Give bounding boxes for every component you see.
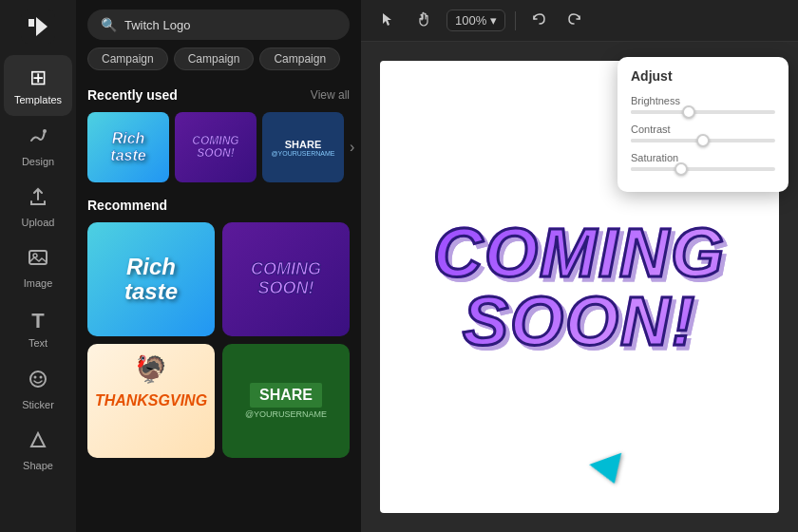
svg-rect-2: [29, 251, 47, 264]
hand-tool-button[interactable]: [410, 8, 437, 34]
sidebar-label-sticker: Sticker: [22, 399, 54, 410]
sidebar-item-sticker[interactable]: Sticker: [4, 359, 72, 420]
search-bar[interactable]: 🔍 Twitch Logo: [87, 10, 350, 40]
coming-soon-large: COMINGSOON!: [222, 222, 350, 336]
recommend-grid: Richtaste COMINGSOON! Thanksgving 🦃 SHAR…: [87, 222, 350, 458]
coming-soon-main-text: COMING SOON!: [433, 218, 726, 355]
saturation-thumb[interactable]: [674, 162, 688, 176]
saturation-row: Saturation: [631, 152, 775, 171]
svg-point-1: [43, 129, 47, 133]
sidebar-label-design: Design: [22, 156, 54, 167]
recently-thumb-2[interactable]: SHARE @YOURUSERNAME: [262, 112, 344, 182]
adjust-title: Adjust: [631, 68, 775, 84]
recently-thumb-1[interactable]: COMINGSOON!: [175, 112, 256, 182]
brightness-slider[interactable]: [631, 110, 775, 114]
canvas-toolbar: 100% ▾: [361, 0, 798, 42]
templates-icon: ⊞: [29, 66, 47, 90]
recently-used-header: Recently used View all: [87, 87, 350, 103]
recommend-header: Recommend: [87, 198, 350, 213]
main-text-line1: COMING: [433, 215, 726, 291]
image-icon: [28, 247, 48, 274]
adjust-panel: Adjust Brightness Contrast Saturation: [618, 57, 788, 192]
zoom-value: 100%: [455, 13, 486, 28]
brightness-thumb[interactable]: [682, 105, 695, 119]
templates-panel: 🔍 Twitch Logo Campaign Campaign Campaign…: [76, 0, 361, 532]
coming-soon-thumb: COMINGSOON!: [175, 112, 256, 182]
share-green-username: @YOURUSERNAME: [245, 409, 327, 419]
design-icon: [28, 125, 48, 152]
recommend-thumb-0[interactable]: Richtaste: [87, 222, 215, 336]
saturation-label: Saturation: [631, 152, 775, 163]
rich-taste-thumb-text: Richtaste: [87, 112, 169, 182]
main-text-line2: SOON!: [463, 283, 696, 359]
sidebar-item-design[interactable]: Design: [4, 116, 72, 177]
recommend-thumb-2[interactable]: Thanksgving 🦃: [87, 344, 215, 458]
sidebar-label-text: Text: [28, 337, 48, 349]
brightness-label: Brightness: [631, 95, 775, 106]
upload-icon: [28, 186, 48, 213]
recommend-thumb-3[interactable]: SHARE @YOURUSERNAME: [222, 344, 350, 458]
recommend-title: Recommend: [87, 198, 167, 213]
search-icon: 🔍: [101, 17, 117, 32]
svg-point-5: [34, 376, 37, 379]
sidebar-item-image[interactable]: Image: [4, 238, 72, 298]
panel-scroll: Recently used View all Richtaste COMINGS…: [76, 80, 361, 532]
coming-soon-thumb-text: COMINGSOON!: [192, 135, 238, 160]
filter-chips: Campaign Campaign Campaign: [76, 48, 361, 80]
share-username-text: @YOURUSERNAME: [271, 150, 334, 157]
search-value: Twitch Logo: [124, 18, 190, 32]
share-green-text: SHARE: [250, 383, 322, 408]
recommend-thumb-1[interactable]: COMINGSOON!: [222, 222, 350, 336]
contrast-row: Contrast: [631, 124, 775, 142]
svg-point-6: [40, 376, 43, 379]
sidebar-label-upload: Upload: [22, 217, 55, 228]
undo-button[interactable]: [525, 8, 552, 34]
sidebar-label-image: Image: [24, 277, 53, 289]
sidebar-item-upload[interactable]: Upload: [4, 177, 72, 238]
recently-thumb-0[interactable]: Richtaste: [87, 112, 169, 182]
sticker-icon: [28, 369, 48, 395]
recently-used-title: Recently used: [87, 87, 178, 103]
sidebar-item-text[interactable]: T Text: [4, 298, 72, 359]
filter-chip-1[interactable]: Campaign: [174, 48, 255, 70]
recently-used-row: Richtaste COMINGSOON! SHARE @YOURUSERNAM…: [87, 112, 350, 182]
sidebar-item-templates[interactable]: ⊞ Templates: [4, 55, 72, 116]
redo-button[interactable]: [561, 8, 588, 34]
text-icon: T: [31, 309, 44, 333]
share-thumb: SHARE @YOURUSERNAME: [262, 112, 344, 182]
share-thumb-text: SHARE: [285, 139, 322, 150]
saturation-slider[interactable]: [631, 167, 775, 171]
contrast-slider[interactable]: [631, 139, 775, 142]
rich-taste-large-text: Richtaste: [87, 222, 215, 336]
sidebar-item-shape[interactable]: Shape: [4, 420, 72, 481]
app-logo: [19, 8, 57, 46]
sidebar-label-templates: Templates: [14, 94, 62, 105]
filter-chip-2[interactable]: Campaign: [259, 48, 340, 70]
cursor-pointer-icon: [589, 453, 630, 490]
shape-icon: [28, 429, 48, 456]
zoom-chevron-icon: ▾: [490, 13, 497, 28]
canvas-area: 100% ▾ COMING SOON! Adjust Brightness: [361, 0, 798, 532]
sidebar-label-shape: Shape: [23, 460, 53, 471]
turkey-icon: 🦃: [135, 353, 168, 385]
share-green-large: SHARE @YOURUSERNAME: [222, 344, 350, 458]
cursor-tool-button[interactable]: [374, 8, 401, 34]
toolbar-separator: [515, 11, 516, 30]
zoom-selector[interactable]: 100% ▾: [446, 10, 505, 31]
thanksgiving-large-text: Thanksgving: [95, 392, 207, 409]
contrast-thumb[interactable]: [696, 134, 710, 147]
coming-soon-large-text: COMINGSOON!: [251, 260, 321, 298]
filter-chip-0[interactable]: Campaign: [87, 48, 168, 70]
view-all-button[interactable]: View all: [311, 88, 350, 102]
svg-point-4: [30, 371, 46, 387]
sidebar: ⊞ Templates Design Upload Image: [0, 0, 76, 532]
scroll-right-arrow[interactable]: ›: [350, 112, 354, 182]
brightness-row: Brightness: [631, 95, 775, 114]
